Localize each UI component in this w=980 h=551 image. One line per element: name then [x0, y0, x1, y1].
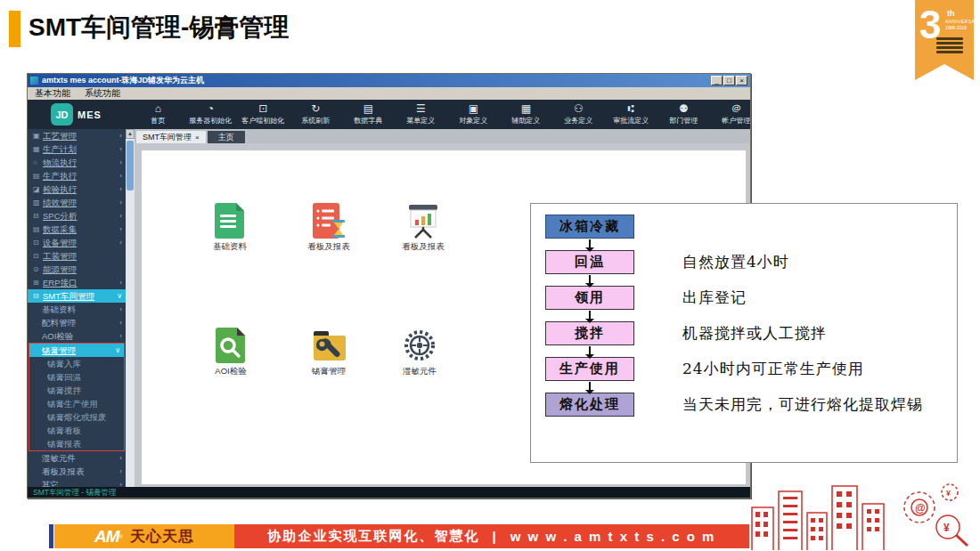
nav-item-label: 对象定义	[447, 116, 500, 126]
sidebar-item[interactable]: ⊞ ERP接口 ›	[28, 276, 126, 289]
sidebar-item[interactable]: ⊟ SPC分析 ›	[28, 209, 126, 223]
nav-item[interactable]: ◔ 服务器初始化	[184, 103, 237, 126]
nav-item-icon: ▦	[500, 103, 552, 115]
sidebar-subitem[interactable]: 基础资料 ›	[28, 303, 126, 316]
company-name: 天心天思	[130, 526, 194, 547]
sidebar-subitem[interactable]: 锡膏搅拌	[29, 384, 124, 397]
sidebar-item[interactable]: ⊡ 设备管理 ›	[28, 236, 126, 249]
nav-item[interactable]: ⊡ 客户端初始化	[237, 103, 290, 126]
menu-basic-functions[interactable]: 基本功能	[35, 87, 70, 100]
registered-mark: ®	[119, 534, 123, 539]
sidebar-item[interactable]: ▥ 绩效管理 ›	[28, 196, 126, 209]
nav-item[interactable]: ↻ 系统刷新	[290, 103, 342, 126]
desktop-icon-basic-data[interactable]: 基础资料	[196, 202, 264, 253]
chevron-right-icon: ›	[119, 316, 122, 329]
chevron-right-icon: ›	[119, 465, 122, 478]
sidebar-item[interactable]: ▤ 生产执行 ›	[28, 169, 126, 182]
nav-item-icon: ＠	[710, 103, 763, 115]
window-title: amtxts mes account-珠海JD辅发华为云主机	[42, 75, 711, 86]
restore-button[interactable]: □	[723, 76, 735, 85]
sidebar-item[interactable]: ⊡ 工装管理	[28, 249, 126, 263]
desktop-icon-material-mgmt[interactable]: 看板及报表	[295, 202, 363, 253]
sidebar-subitem[interactable]: 配料管理 ›	[28, 316, 126, 329]
nav-item[interactable]: ＠ 帐户管理	[710, 103, 763, 126]
nav-item[interactable]: ☰ 菜单定义	[395, 103, 447, 126]
menu-item-icon: ▤	[33, 169, 43, 182]
sidebar-subitem[interactable]: 其它 ›	[28, 478, 126, 487]
menu-item-label: AOI检验	[42, 329, 119, 343]
nav-item-label: 数据字典	[342, 116, 395, 126]
chevron-right-icon: ›	[119, 236, 122, 249]
minimize-button[interactable]: _	[711, 76, 723, 85]
sidebar-item-solder-paste[interactable]: 锡膏管理 ∨	[29, 344, 124, 357]
desktop-icon-aoi-inspection[interactable]: AOI检验	[197, 327, 265, 377]
slide-root: SMT车间管理-锡膏管理 3 th ANNIVERSARY 1988-2018 …	[0, 0, 980, 551]
solder-paste-flowchart: 冰箱冷藏 回温 自然放置4小时 领用 出库登记	[530, 203, 958, 463]
sidebar-item[interactable]: ▣ 工艺管理 ›	[28, 129, 126, 142]
sidebar-subitem[interactable]: 锡膏看板	[29, 424, 124, 437]
arrow-down-icon	[589, 382, 591, 391]
desktop-icon-moisture-sensitive[interactable]: 湿敏元件	[386, 327, 453, 377]
chevron-down-icon: ∨	[117, 289, 122, 303]
menu-item-label: 数据采集	[43, 223, 119, 236]
sidebar-item-smt-workshop[interactable]: ⊟ SMT车间管理 ∨	[28, 289, 126, 303]
tab-label: SMT车间管理	[143, 133, 192, 142]
nav-item[interactable]: ▤ 数据字典	[342, 103, 395, 126]
app-logo: JD MES	[51, 103, 102, 126]
nav-item[interactable]: ▦ 辅助定义	[500, 103, 552, 126]
tab-smt-workshop[interactable]: SMT车间管理×	[136, 131, 206, 143]
anniversary-badge: 3 th ANNIVERSARY 1988-2018	[915, 0, 974, 80]
chevron-right-icon: ›	[119, 329, 122, 343]
arrow-down-icon	[589, 346, 591, 355]
document-magnifier-icon	[213, 327, 249, 364]
nav-item[interactable]: ⚇ 业务定义	[552, 103, 605, 126]
sidebar-subitem[interactable]: 看板及报表 ›	[28, 465, 126, 478]
menu-item-icon: ○	[33, 156, 43, 169]
scroll-up-icon[interactable]: ▲	[126, 129, 135, 139]
flow-step: 回温 自然放置4小时	[545, 250, 957, 286]
mes-logo-text: MES	[78, 109, 102, 120]
scrollbar-thumb[interactable]	[127, 141, 134, 190]
menu-item-label: 配料管理	[42, 316, 119, 329]
menu-item-icon: ▣	[33, 129, 43, 142]
sidebar-subitem[interactable]: 湿敏元件 ›	[28, 451, 126, 465]
sidebar-scrollbar[interactable]: ▲	[126, 129, 135, 487]
icon-label: AOI检验	[197, 366, 265, 377]
desktop-icon-kanban-reports[interactable]: 看板及报表	[389, 202, 457, 253]
menu-item-label: 锡膏回温	[47, 370, 120, 384]
nav-item-icon: ↻	[290, 103, 342, 115]
window-titlebar[interactable]: amtxts mes account-珠海JD辅发华为云主机 _ □ ×	[28, 74, 750, 87]
menu-item-icon: ◪	[33, 182, 43, 196]
amt-logo-icon: AM	[94, 527, 119, 547]
sidebar-subitem[interactable]: 锡膏报表	[29, 437, 124, 450]
sidebar-subitem[interactable]: 锡膏熔化或报废	[29, 410, 124, 424]
folder-wrench-icon	[310, 327, 347, 364]
menu-item-label: 物流执行	[43, 156, 119, 169]
nav-item[interactable]: ⑆ 审批流定义	[605, 103, 657, 126]
menu-item-label: 设备管理	[43, 236, 119, 249]
nav-item[interactable]: ▣ 对象定义	[447, 103, 500, 126]
page-title: SMT车间管理-锡膏管理	[29, 11, 289, 45]
sidebar-item[interactable]: ⊙ 能源管理	[28, 263, 126, 276]
close-button[interactable]: ×	[736, 76, 747, 85]
sidebar-subitem[interactable]: 锡膏生产使用	[29, 397, 124, 410]
menu-item-label: 锡膏熔化或报废	[47, 410, 120, 424]
sidebar-subitem[interactable]: AOI检验 ›	[28, 329, 126, 343]
nav-item[interactable]: ⌂ 首页	[132, 103, 184, 126]
paste-group-highlight: 锡膏管理 ∨ 锡膏入库 锡膏回温 锡膏搅拌	[29, 343, 125, 451]
desktop-icon-solder-paste-mgmt[interactable]: 锡膏管理	[295, 327, 363, 377]
sidebar-item[interactable]: ◪ 检验执行 ›	[28, 182, 126, 196]
chevron-right-icon: ›	[119, 156, 122, 169]
menu-item-label: 锡膏管理	[42, 344, 115, 357]
tab-home[interactable]: 主页	[208, 131, 245, 143]
nav-item[interactable]: ⚉ 部门管理	[657, 103, 710, 126]
flow-step: 熔化处理 当天未用完，可进行熔化提取焊锡	[545, 393, 957, 417]
sidebar-subitem[interactable]: 锡膏回温	[29, 370, 124, 384]
sidebar-item[interactable]: ▤ 数据采集 ›	[28, 223, 126, 236]
sidebar-subitem[interactable]: 锡膏入库	[29, 357, 124, 370]
sidebar-item[interactable]: ▦ 生产计划 ›	[28, 142, 126, 156]
menu-system-functions[interactable]: 系统功能	[85, 87, 120, 100]
sidebar-item[interactable]: ○ 物流执行 ›	[28, 156, 126, 169]
close-tab-icon[interactable]: ×	[195, 134, 200, 142]
menu-item-label: 锡膏报表	[47, 437, 120, 450]
